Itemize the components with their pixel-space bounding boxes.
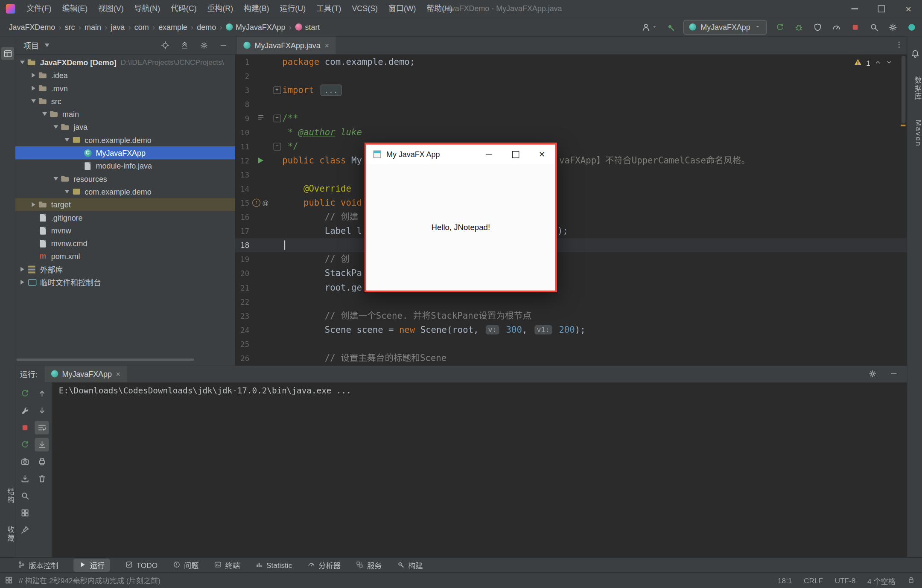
code-line[interactable]: 15↑@ public void <box>235 196 907 210</box>
line-ending[interactable]: CRLF <box>804 576 823 585</box>
menu-item[interactable]: 工具(T) <box>311 0 346 17</box>
close-tab-icon[interactable]: × <box>116 370 120 378</box>
stop-button[interactable] <box>849 20 861 34</box>
horizontal-scrollbar[interactable] <box>17 358 194 361</box>
code-line[interactable]: 2 <box>235 69 907 83</box>
wrench-button[interactable] <box>18 404 32 417</box>
menu-item[interactable]: 代码(C) <box>166 0 202 17</box>
tree-chevron-icon[interactable] <box>29 96 38 106</box>
notifications-stripe-button[interactable] <box>908 47 921 60</box>
breadcrumb-item[interactable]: java <box>109 23 126 32</box>
code-line[interactable]: 14 @Override <box>235 182 907 196</box>
menu-item[interactable]: 视图(V) <box>93 0 129 17</box>
tree-item[interactable]: 临时文件和控制台 <box>15 276 235 288</box>
code-line[interactable]: 19 // 创 <box>235 252 907 266</box>
user-button[interactable] <box>642 20 658 34</box>
fold-marker-icon[interactable]: + <box>273 86 281 94</box>
softwrap-button[interactable] <box>35 421 49 434</box>
breadcrumb-item[interactable]: start <box>293 23 322 32</box>
code-line[interactable]: 1package com.example.demo; <box>235 55 907 69</box>
tree-chevron-icon[interactable] <box>40 109 50 119</box>
rerun-button[interactable] <box>18 387 32 400</box>
line-number[interactable]: 1 <box>235 57 249 66</box>
code-line[interactable]: 17 Label l); <box>235 224 907 238</box>
code-line[interactable]: 21 root.ge <box>235 280 907 294</box>
hammer-button[interactable] <box>665 20 677 34</box>
tool-window-button-TODO[interactable]: TODO <box>125 560 158 570</box>
menu-item[interactable]: 构建(B) <box>239 0 275 17</box>
debug-button[interactable] <box>793 20 805 34</box>
code-line[interactable]: 26 // 设置主舞台的标题和Scene <box>235 351 907 365</box>
database-stripe-button[interactable]: 数据库 <box>907 76 922 101</box>
tree-item[interactable]: mvnw <box>15 224 235 237</box>
tree-chevron-icon[interactable] <box>29 200 38 209</box>
minimize-button[interactable] <box>841 0 868 17</box>
tool-window-button-服务[interactable]: 服务 <box>356 559 382 571</box>
tree-chevron-icon[interactable] <box>18 58 27 67</box>
tree-item[interactable]: .gitignore <box>15 211 235 224</box>
indent-setting[interactable]: 4 个空格 <box>867 575 896 586</box>
settings-button[interactable] <box>198 38 210 52</box>
menu-item[interactable]: VCS(S) <box>347 0 383 17</box>
close-tab-icon[interactable]: × <box>324 41 329 50</box>
chevron-up-icon[interactable] <box>874 59 881 68</box>
console-output[interactable]: E:\Downloads\CodesDownloads\jdk\jdk-17.0… <box>59 384 351 396</box>
menu-item[interactable]: 导航(N) <box>129 0 165 17</box>
line-number[interactable]: 25 <box>235 340 249 349</box>
pin-button[interactable] <box>18 523 32 537</box>
project-panel-title[interactable]: 项目 <box>23 40 39 51</box>
run-configuration-select[interactable]: MyJavaFXApp <box>683 20 767 34</box>
breadcrumb-item[interactable]: JavaFXDemo <box>7 23 57 32</box>
tree-chevron-icon[interactable] <box>18 265 27 274</box>
tree-chevron-icon[interactable] <box>29 70 38 80</box>
line-number[interactable]: 13 <box>235 170 249 179</box>
tool-window-button-运行[interactable]: 运行 <box>73 559 110 572</box>
tree-item[interactable]: pom.xml <box>15 250 235 262</box>
tree-chevron-icon[interactable] <box>18 277 27 287</box>
code-line[interactable]: 8 <box>235 97 907 111</box>
tree-chevron-icon[interactable] <box>62 135 72 145</box>
chevron-down-icon[interactable] <box>42 41 52 50</box>
locate-button[interactable] <box>159 38 171 52</box>
dialog-close-button[interactable]: ✕ <box>528 145 555 164</box>
breadcrumb-item[interactable]: main <box>83 23 103 32</box>
hide-button[interactable] <box>888 367 900 381</box>
menu-item[interactable]: 编辑(E) <box>57 0 93 17</box>
search-button[interactable] <box>18 489 32 503</box>
code-area[interactable]: 1package com.example.demo;23+import ...8… <box>235 54 907 366</box>
tree-chevron-icon[interactable] <box>29 84 38 93</box>
down-button[interactable] <box>35 404 49 417</box>
code-line[interactable]: 22 <box>235 294 907 309</box>
doc-render-icon[interactable] <box>257 114 264 123</box>
tool-window-button-终端[interactable]: 终端 <box>214 559 240 571</box>
tool-window-switcher-icon[interactable] <box>5 576 13 586</box>
up-button[interactable] <box>35 387 49 400</box>
tree-chevron-icon[interactable] <box>51 122 61 132</box>
line-number[interactable]: 10 <box>235 128 249 137</box>
code-line[interactable]: 12public class MyvaFXApp】不符合UpperCamelCa… <box>235 154 907 168</box>
print-button[interactable] <box>35 455 49 469</box>
hide-button[interactable] <box>218 38 230 52</box>
lock-icon[interactable] <box>907 576 915 585</box>
code-line[interactable]: 20 StackPa <box>235 266 907 280</box>
menu-item[interactable]: 文件(F) <box>21 0 57 17</box>
tree-item[interactable]: com.example.demo <box>15 134 235 146</box>
line-number[interactable]: 2 <box>235 71 249 80</box>
tab-options-icon[interactable] <box>895 41 903 50</box>
editor-tab[interactable]: MyJavaFXApp.java × <box>237 36 336 54</box>
tree-chevron-icon[interactable] <box>62 187 72 196</box>
line-number[interactable]: 9 <box>235 114 249 123</box>
tree-item[interactable]: 外部库 <box>15 263 235 276</box>
error-stripe-mark[interactable] <box>901 125 905 126</box>
tool-window-button-构建[interactable]: 构建 <box>397 559 423 571</box>
menu-item[interactable]: 重构(R) <box>202 0 238 17</box>
tool-window-button-问题[interactable]: 问题 <box>173 559 199 571</box>
tool-window-button-Statistic[interactable]: Statistic <box>255 560 292 570</box>
code-line[interactable]: 23 // 创建一个Scene. 并将StackPane设置为根节点 <box>235 309 907 323</box>
project-stripe-button[interactable] <box>1 47 14 60</box>
line-number[interactable]: 26 <box>235 354 249 363</box>
code-line[interactable]: 11− */ <box>235 139 907 153</box>
rerun-button[interactable] <box>774 20 786 34</box>
breadcrumb-item[interactable]: src <box>63 23 77 32</box>
tree-item[interactable]: JavaFXDemo [Demo]D:\IDEAProjects\JCNCPro… <box>15 56 235 69</box>
